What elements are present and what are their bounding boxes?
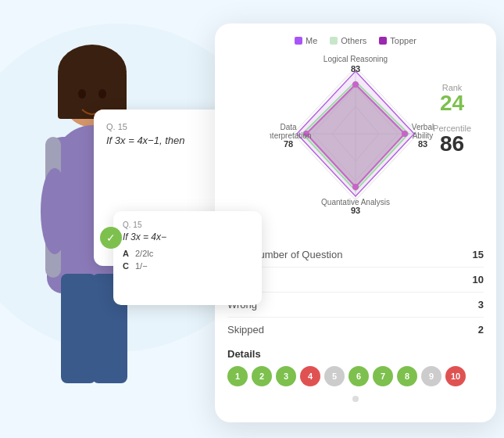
- question-dot-10[interactable]: 10: [445, 366, 466, 386]
- radar-section: Me Others Topper: [215, 23, 496, 242]
- question-dot-6[interactable]: 6: [349, 366, 369, 386]
- question-dots: 1 2 3 4 5 6 7 8 9 10: [227, 366, 484, 386]
- percentile-value: 86: [433, 133, 471, 155]
- radar-value-right: 83: [418, 139, 427, 149]
- radar-chart-container: Logical Reasoning 83 Verbal Ability 83 Q…: [227, 52, 484, 216]
- check-icon: ✓: [100, 227, 122, 249]
- radar-label-left: Data: [280, 123, 297, 131]
- answer-q-text: If 3x = 4x−: [123, 232, 252, 242]
- radar-value-bottom: 93: [351, 206, 360, 215]
- stat-row-correct: Correct 10: [227, 267, 484, 293]
- question-dot-7[interactable]: 7: [373, 366, 393, 386]
- option-a-label: A: [123, 249, 129, 258]
- answer-q-number: Q. 15: [123, 221, 252, 229]
- stat-value-correct: 10: [473, 274, 484, 285]
- legend: Me Others Topper: [227, 36, 484, 45]
- legend-topper-label: Topper: [390, 36, 416, 45]
- stat-row-wrong: Wrong 3: [227, 293, 484, 318]
- legend-topper-dot: [379, 37, 387, 45]
- legend-others-label: Others: [341, 36, 366, 45]
- option-c-label: C: [123, 261, 129, 271]
- stat-row-total: Total Number of Question 15: [227, 242, 484, 267]
- stat-value-skipped: 2: [478, 324, 484, 336]
- legend-topper: Topper: [379, 36, 416, 45]
- rank-section: Rank 24 Percentile 86: [433, 83, 471, 155]
- stat-row-skipped: Skipped 2: [227, 318, 484, 342]
- question-dot-5[interactable]: 5: [324, 366, 345, 386]
- svg-point-13: [78, 89, 86, 99]
- svg-point-25: [352, 81, 359, 88]
- radar-label-top: Logical Reasoning: [323, 55, 388, 63]
- radar-value-top: 83: [351, 64, 360, 74]
- question-dot-8[interactable]: 8: [397, 366, 417, 386]
- svg-rect-15: [61, 274, 96, 383]
- svg-point-26: [402, 131, 408, 137]
- stat-label-skipped: Skipped: [227, 324, 264, 336]
- question-dot-4[interactable]: 4: [300, 366, 320, 386]
- svg-point-27: [352, 184, 359, 190]
- details-section: Details 1 2 3 4 5 6 7 8 9 10: [215, 342, 496, 396]
- question-dot-1[interactable]: 1: [227, 366, 248, 386]
- radar-chart-svg: Logical Reasoning 83 Verbal Ability 83 Q…: [270, 52, 441, 216]
- stat-value-total: 15: [473, 249, 484, 260]
- question-dot-2[interactable]: 2: [252, 366, 272, 386]
- stat-value-wrong: 3: [478, 299, 484, 311]
- radar-value-left: 78: [284, 139, 293, 149]
- panel-indicator-dot: [352, 396, 359, 402]
- radar-label-right: Verbal: [412, 123, 434, 131]
- details-label: Details: [227, 348, 484, 360]
- legend-others-dot: [330, 37, 338, 45]
- answer-card: Q. 15 If 3x = 4x− A 2/2lc C 1/−: [113, 211, 262, 305]
- svg-point-14: [98, 89, 106, 99]
- option-c-text: 1/−: [135, 261, 148, 271]
- legend-me: Me: [295, 36, 317, 45]
- legend-others: Others: [330, 36, 366, 45]
- legend-me-dot: [295, 37, 302, 45]
- svg-marker-24: [306, 84, 405, 187]
- option-a-text: 2/2lc: [135, 249, 153, 258]
- question-dot-9[interactable]: 9: [421, 366, 441, 386]
- legend-me-label: Me: [306, 36, 317, 45]
- rank-value: 24: [433, 92, 471, 114]
- question-dot-3[interactable]: 3: [276, 366, 296, 386]
- svg-point-11: [41, 168, 69, 254]
